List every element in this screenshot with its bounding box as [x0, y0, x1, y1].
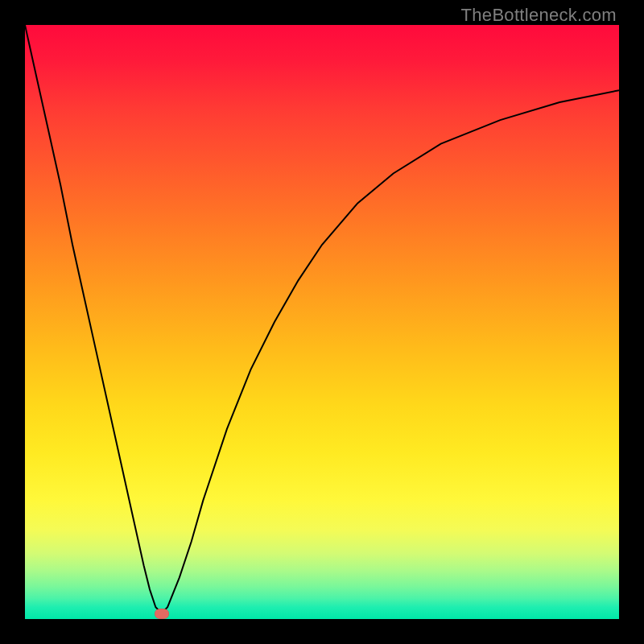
curve-path	[25, 25, 619, 613]
chart-frame: TheBottleneck.com	[0, 0, 644, 644]
watermark-text: TheBottleneck.com	[461, 5, 617, 26]
plot-area	[25, 25, 619, 619]
bottleneck-curve	[25, 25, 619, 619]
min-point-marker	[155, 609, 169, 619]
